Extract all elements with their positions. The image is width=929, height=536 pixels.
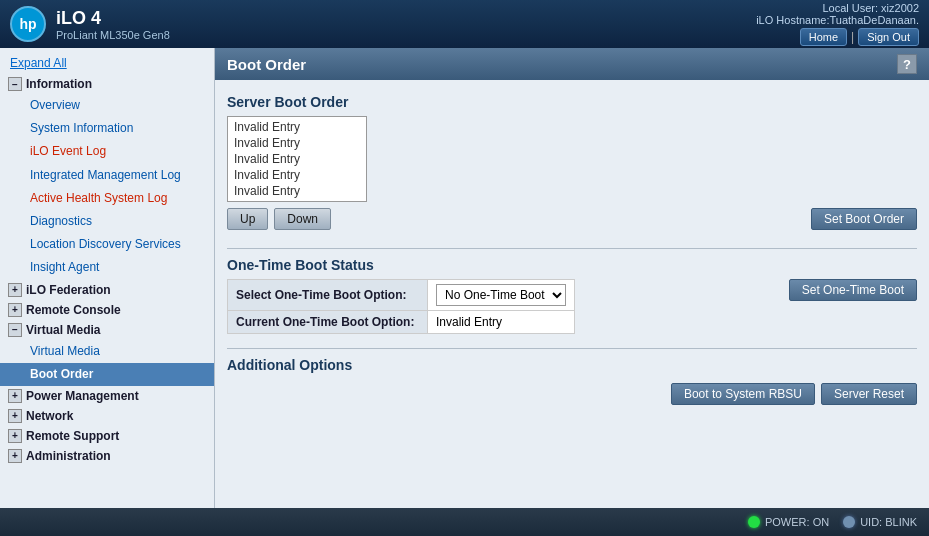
sidebar-item-system-info[interactable]: System Information: [0, 117, 214, 140]
set-boot-order-button[interactable]: Set Boot Order: [811, 208, 917, 230]
remote-support-label: Remote Support: [26, 429, 119, 443]
boot-entry-4[interactable]: Invalid Entry: [230, 183, 364, 199]
sidebar-section-information[interactable]: − Information: [0, 74, 214, 94]
user-info: Local User: xiz2002 iLO Hostname:TuathaD…: [756, 2, 919, 26]
sidebar-section-network[interactable]: + Network: [0, 406, 214, 426]
sidebar-section-remote-support[interactable]: + Remote Support: [0, 426, 214, 446]
local-user-label: Local User: xiz2002: [822, 2, 919, 14]
divider-1: [227, 248, 917, 249]
header-title: iLO 4 ProLiant ML350e Gen8: [56, 8, 170, 41]
remote-console-toggle[interactable]: +: [8, 303, 22, 317]
sidebar-item-diagnostics[interactable]: Diagnostics: [0, 210, 214, 233]
server-boot-order-title: Server Boot Order: [227, 94, 917, 110]
uid-status: UID: BLINK: [843, 516, 917, 528]
link-separator: |: [851, 30, 854, 44]
server-model: ProLiant ML350e Gen8: [56, 29, 170, 41]
expand-all-link[interactable]: Expand All: [0, 52, 214, 74]
sidebar-section-power-management[interactable]: + Power Management: [0, 386, 214, 406]
information-label: Information: [26, 77, 92, 91]
boot-to-rbsu-button[interactable]: Boot to System RBSU: [671, 383, 815, 405]
virtual-media-label: Virtual Media: [26, 323, 100, 337]
select-label: Select One-Time Boot Option:: [228, 280, 428, 311]
sidebar-item-virtual-media[interactable]: Virtual Media: [0, 340, 214, 363]
up-button[interactable]: Up: [227, 208, 268, 230]
sidebar-section-administration[interactable]: + Administration: [0, 446, 214, 466]
power-status: POWER: ON: [748, 516, 829, 528]
page-title: Boot Order: [227, 56, 306, 73]
home-link[interactable]: Home: [800, 28, 847, 46]
power-management-toggle[interactable]: +: [8, 389, 22, 403]
content-area: Boot Order ? Server Boot Order Invalid E…: [215, 48, 929, 508]
boot-entry-3[interactable]: Invalid Entry: [230, 167, 364, 183]
one-time-boot-title: One-Time Boot Status: [227, 257, 917, 273]
sidebar-item-ilo-event-log[interactable]: iLO Event Log: [0, 140, 214, 163]
header-right: Local User: xiz2002 iLO Hostname:TuathaD…: [756, 2, 919, 46]
remote-console-label: Remote Console: [26, 303, 121, 317]
administration-label: Administration: [26, 449, 111, 463]
one-time-boot-select[interactable]: No One-Time Boot: [436, 284, 566, 306]
current-label: Current One-Time Boot Option:: [228, 311, 428, 334]
sign-out-link[interactable]: Sign Out: [858, 28, 919, 46]
boot-entry-2[interactable]: Invalid Entry: [230, 151, 364, 167]
sidebar-item-overview[interactable]: Overview: [0, 94, 214, 117]
power-label: POWER: ON: [765, 516, 829, 528]
boot-order-list[interactable]: Invalid Entry Invalid Entry Invalid Entr…: [227, 116, 367, 202]
down-button[interactable]: Down: [274, 208, 331, 230]
remote-support-toggle[interactable]: +: [8, 429, 22, 443]
ilo-federation-label: iLO Federation: [26, 283, 111, 297]
divider-2: [227, 348, 917, 349]
sidebar-section-ilo-federation[interactable]: + iLO Federation: [0, 280, 214, 300]
boot-table-row-current: Current One-Time Boot Option: Invalid En…: [228, 311, 575, 334]
boot-entry-1[interactable]: Invalid Entry: [230, 135, 364, 151]
sidebar: Expand All − Information Overview System…: [0, 48, 215, 508]
uid-dot: [843, 516, 855, 528]
hp-logo: hp: [10, 6, 46, 42]
information-toggle[interactable]: −: [8, 77, 22, 91]
sidebar-section-virtual-media[interactable]: − Virtual Media: [0, 320, 214, 340]
header-left: hp iLO 4 ProLiant ML350e Gen8: [10, 6, 170, 42]
one-time-boot-table: Select One-Time Boot Option: No One-Time…: [227, 279, 575, 334]
additional-options-title: Additional Options: [227, 357, 917, 373]
page-header: hp iLO 4 ProLiant ML350e Gen8 Local User…: [0, 0, 929, 48]
uid-label: UID: BLINK: [860, 516, 917, 528]
ilo-hostname-label: iLO Hostname:TuathaDeDanaan.: [756, 14, 919, 26]
status-bar: POWER: ON UID: BLINK: [0, 508, 929, 536]
content-body: Server Boot Order Invalid Entry Invalid …: [215, 80, 929, 415]
boot-order-btn-row: Up Down: [227, 208, 331, 230]
sidebar-item-location-discovery[interactable]: Location Discovery Services: [0, 233, 214, 256]
ilo-federation-toggle[interactable]: +: [8, 283, 22, 297]
additional-options-row: Boot to System RBSU Server Reset: [227, 383, 917, 405]
administration-toggle[interactable]: +: [8, 449, 22, 463]
power-dot: [748, 516, 760, 528]
server-reset-button[interactable]: Server Reset: [821, 383, 917, 405]
ilo-version: iLO 4: [56, 8, 170, 29]
boot-entry-0[interactable]: Invalid Entry: [230, 119, 364, 135]
content-header: Boot Order ?: [215, 48, 929, 80]
sidebar-item-active-health-log[interactable]: Active Health System Log: [0, 187, 214, 210]
sidebar-item-integrated-mgmt-log[interactable]: Integrated Management Log: [0, 164, 214, 187]
sidebar-item-boot-order[interactable]: Boot Order: [0, 363, 214, 386]
current-value: Invalid Entry: [428, 311, 575, 334]
network-toggle[interactable]: +: [8, 409, 22, 423]
sidebar-section-remote-console[interactable]: + Remote Console: [0, 300, 214, 320]
sidebar-item-insight-agent[interactable]: Insight Agent: [0, 256, 214, 279]
network-label: Network: [26, 409, 73, 423]
select-value-cell[interactable]: No One-Time Boot: [428, 280, 575, 311]
virtual-media-toggle[interactable]: −: [8, 323, 22, 337]
help-button[interactable]: ?: [897, 54, 917, 74]
main-layout: Expand All − Information Overview System…: [0, 48, 929, 508]
header-links: Home | Sign Out: [800, 28, 919, 46]
power-management-label: Power Management: [26, 389, 139, 403]
boot-table-row-select: Select One-Time Boot Option: No One-Time…: [228, 280, 575, 311]
set-one-time-boot-button[interactable]: Set One-Time Boot: [789, 279, 917, 301]
